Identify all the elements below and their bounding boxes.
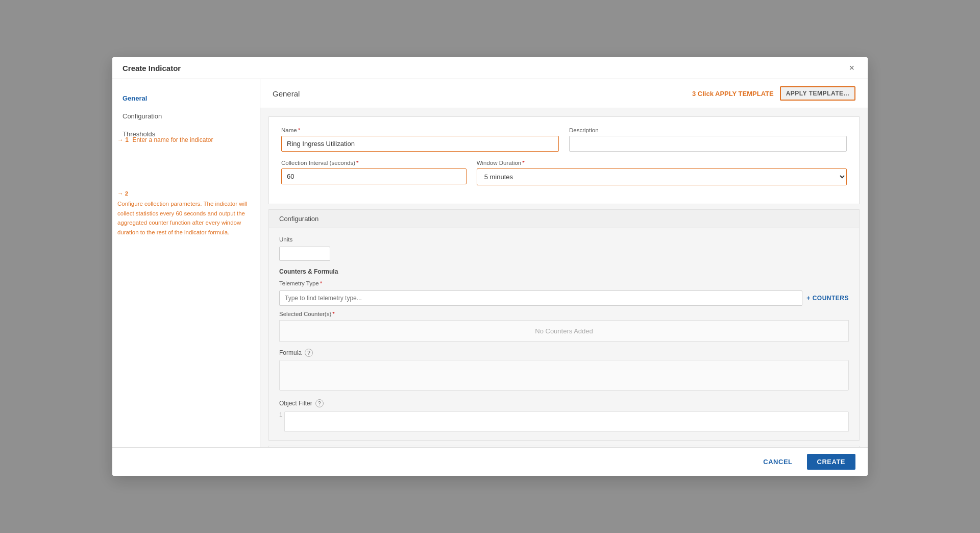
header-right: 3 Click APPLY TEMPLATE APPLY TEMPLATE... [692, 86, 855, 101]
formula-label: Formula [279, 349, 302, 356]
header-annotation: 3 Click APPLY TEMPLATE [692, 90, 774, 98]
window-duration-label: Window Duration [477, 160, 847, 166]
formula-help-icon[interactable]: ? [305, 349, 313, 357]
description-input[interactable] [569, 136, 847, 152]
main-content: General 3 Click APPLY TEMPLATE APPLY TEM… [260, 79, 868, 447]
selected-counters-label: Selected Counter(s) [279, 311, 849, 317]
create-button[interactable]: CREATE [807, 454, 855, 470]
object-filter-label: Object Filter [279, 400, 312, 407]
cancel-button[interactable]: CANCEL [755, 454, 800, 470]
apply-template-button[interactable]: APPLY TEMPLATE... [780, 86, 855, 101]
sidebar-item-general[interactable]: General [112, 89, 260, 107]
configuration-section: Configuration Units Counters & Formula T… [268, 209, 860, 441]
modal-title-bar: Create Indicator × [112, 57, 868, 79]
name-group: Name [281, 127, 559, 152]
window-duration-group: Window Duration 5 minutes 10 minutes 15 … [477, 160, 847, 185]
counters-button[interactable]: + COUNTERS [806, 295, 849, 302]
modal-title: Create Indicator [122, 64, 181, 72]
window-duration-select[interactable]: 5 minutes 10 minutes 15 minutes 30 minut… [477, 168, 847, 185]
formula-row: Formula ? [279, 349, 849, 357]
description-label: Description [569, 127, 847, 133]
line-number: 1 [279, 411, 282, 418]
sidebar: General Configuration Thresholds → 1 Ent… [112, 79, 260, 447]
create-indicator-modal: Create Indicator × General Configuration… [112, 57, 868, 476]
modal-body: General Configuration Thresholds → 1 Ent… [112, 79, 868, 447]
main-header: General 3 Click APPLY TEMPLATE APPLY TEM… [260, 79, 868, 108]
telemetry-type-input[interactable] [279, 290, 802, 306]
units-input[interactable] [279, 247, 330, 261]
annotation-2: → 2 Configure collection parameters. The… [117, 189, 258, 237]
object-filter-row: Object Filter ? [279, 399, 849, 407]
modal-footer: CANCEL CREATE [112, 447, 868, 476]
filter-with-line: 1 [279, 411, 849, 432]
configuration-body: Units Counters & Formula Telemetry Type … [269, 228, 859, 440]
object-filter-textarea[interactable] [284, 411, 849, 432]
formula-textarea[interactable] [279, 360, 849, 391]
general-form-card: Name Description Collection Interval (se… [268, 116, 860, 204]
configuration-header: Configuration [269, 210, 859, 228]
telemetry-row: + COUNTERS [279, 290, 849, 306]
name-input[interactable] [281, 136, 559, 152]
telemetry-label: Telemetry Type [279, 280, 849, 286]
name-description-row: Name Description [281, 127, 847, 152]
name-label: Name [281, 127, 559, 133]
close-button[interactable]: × [846, 62, 857, 74]
no-counters-box: No Counters Added [279, 320, 849, 342]
interval-window-row: Collection Interval (seconds) Window Dur… [281, 160, 847, 185]
counters-formula-label: Counters & Formula [279, 268, 849, 275]
collection-interval-input[interactable] [281, 168, 467, 184]
modal-overlay: Create Indicator × General Configuration… [0, 0, 980, 533]
section-title: General [273, 89, 300, 98]
collection-interval-label: Collection Interval (seconds) [281, 160, 467, 166]
units-label: Units [279, 236, 849, 243]
object-filter-help-icon[interactable]: ? [315, 399, 324, 407]
annotation-1: → 1 Enter a name for the indicator [117, 135, 213, 144]
sidebar-item-configuration[interactable]: Configuration [112, 107, 260, 125]
collection-interval-group: Collection Interval (seconds) [281, 160, 467, 185]
description-group: Description [569, 127, 847, 152]
